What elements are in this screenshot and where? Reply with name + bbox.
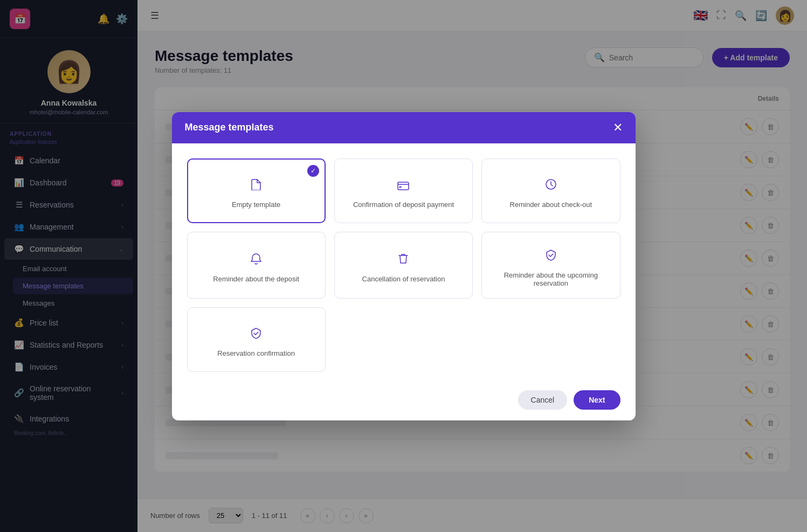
template-label-deposit-reminder: Reminder about the deposit xyxy=(213,275,299,283)
modal-overlay: Message templates ✕ ✓ Empty template Con… xyxy=(0,0,807,532)
template-icon-cancellation xyxy=(398,251,408,268)
template-card-upcoming-reminder[interactable]: Reminder about the upcoming reservation xyxy=(481,232,620,299)
template-label-empty: Empty template xyxy=(232,201,280,209)
template-label-upcoming-reminder: Reminder about the upcoming reservation xyxy=(491,271,611,287)
template-icon-deposit-confirmation xyxy=(397,177,409,194)
template-card-deposit-reminder[interactable]: Reminder about the deposit xyxy=(187,232,326,299)
modal-header: Message templates ✕ xyxy=(172,112,636,143)
modal-title: Message templates xyxy=(185,122,274,133)
next-button[interactable]: Next xyxy=(574,390,620,410)
template-label-cancellation: Cancellation of reservation xyxy=(362,275,445,283)
template-label-checkout-reminder: Reminder about check-out xyxy=(510,201,592,209)
modal-footer: Cancel Next xyxy=(172,383,636,420)
svg-rect-1 xyxy=(399,186,402,188)
template-icon-deposit-reminder xyxy=(251,251,261,268)
cancel-button[interactable]: Cancel xyxy=(518,390,568,410)
selected-badge: ✓ xyxy=(307,165,319,177)
modal-body: ✓ Empty template Confirmation of deposit… xyxy=(172,143,636,383)
modal-close-button[interactable]: ✕ xyxy=(613,122,623,134)
template-card-deposit-confirmation[interactable]: Confirmation of deposit payment xyxy=(334,158,473,223)
template-icon-empty xyxy=(251,177,261,194)
template-label-deposit-confirmation: Confirmation of deposit payment xyxy=(353,201,454,209)
template-card-checkout-reminder[interactable]: Reminder about check-out xyxy=(481,158,620,223)
template-card-empty[interactable]: ✓ Empty template xyxy=(187,158,326,223)
modal: Message templates ✕ ✓ Empty template Con… xyxy=(172,112,636,420)
template-icon-reservation-confirmation xyxy=(250,326,262,343)
template-icon-upcoming-reminder xyxy=(545,247,557,265)
template-grid: ✓ Empty template Confirmation of deposit… xyxy=(187,158,620,372)
template-card-cancellation[interactable]: Cancellation of reservation xyxy=(334,232,473,299)
svg-rect-0 xyxy=(398,182,409,190)
template-icon-checkout-reminder xyxy=(545,177,557,194)
template-label-reservation-confirmation: Reservation confirmation xyxy=(217,349,295,357)
template-card-reservation-confirmation[interactable]: Reservation confirmation xyxy=(187,307,326,372)
